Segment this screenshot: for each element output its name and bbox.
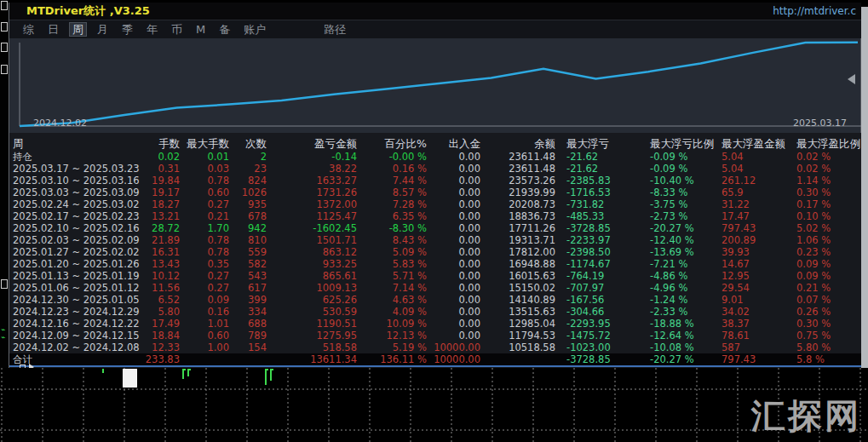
cell: 0.00 xyxy=(432,163,485,175)
cell: 617 xyxy=(233,282,272,294)
cell: 0.00 xyxy=(432,258,485,270)
column-header: 余额 xyxy=(485,136,560,151)
column-header: 手数 xyxy=(141,136,181,151)
cell: 0.00 xyxy=(432,294,485,306)
left-strip-box xyxy=(1,1,8,10)
table-row[interactable]: 2024.12.23 ~ 2024.12.295.800.16334530.59… xyxy=(9,306,861,318)
cell: 2025.02.24 ~ 2025.03.02 xyxy=(13,198,141,210)
cell: 678 xyxy=(233,210,272,222)
table-row[interactable]: 2025.02.17 ~ 2025.02.2313.210.216781125.… xyxy=(9,210,861,222)
cell: 1501.71 xyxy=(272,234,360,246)
cell: 0.75 % xyxy=(796,330,861,342)
menu-item-quarter[interactable]: 季 xyxy=(118,22,136,37)
table-row[interactable]: 2025.01.27 ~ 2025.02.0216.310.78559863.1… xyxy=(9,246,861,258)
table-row[interactable]: 2025.02.24 ~ 2025.03.0218.270.279351372.… xyxy=(9,198,861,210)
cell: 2025.01.27 ~ 2025.02.02 xyxy=(13,246,141,258)
total-row[interactable]: 合计233.8313611.34136.11 %10000.00-3728.85… xyxy=(9,353,861,367)
cell: 12985.04 xyxy=(485,318,560,330)
cell: 23 xyxy=(233,163,272,175)
cell: 2025.03.10 ~ 2025.03.16 xyxy=(13,175,141,187)
column-header: 最大浮亏 xyxy=(560,136,636,151)
cell: 38.22 xyxy=(272,163,360,175)
cell: 13.43 xyxy=(141,258,181,270)
cell: 0.16 xyxy=(181,306,233,318)
table-row[interactable]: 2025.02.10 ~ 2025.02.1628.721.70942-1602… xyxy=(9,222,861,234)
background-white-candle xyxy=(123,369,137,387)
cell: 15150.02 xyxy=(485,282,560,294)
menu-item-currency[interactable]: 币 xyxy=(168,22,186,37)
cell: -2.73 % xyxy=(636,210,721,222)
cell: -3.75 % xyxy=(636,198,721,210)
cell: 19.17 xyxy=(141,187,181,198)
equity-chart-panel: 2024.12.02 2025.03.17 xyxy=(9,38,861,133)
stats-table: 周手数最大手数次数盈亏金额百分比%出入金余额最大浮亏最大浮亏比例最大浮盈金额最大… xyxy=(9,133,861,367)
position-row[interactable]: 持仓0.020.012-0.14-0.00 %0.0023611.48-21.6… xyxy=(9,151,861,163)
cell: 18.27 xyxy=(141,198,181,210)
table-rows: 持仓0.020.012-0.14-0.00 %0.0023611.48-21.6… xyxy=(9,151,861,367)
cell: 530.59 xyxy=(272,306,360,318)
cell: 0.00 xyxy=(432,282,485,294)
column-header: 盈亏金额 xyxy=(272,136,360,151)
cell: 2024.12.02 ~ 2024.12.08 xyxy=(13,342,141,353)
menu-item-day[interactable]: 日 xyxy=(44,22,62,37)
table-row[interactable]: 2025.02.03 ~ 2025.02.0921.890.788101501.… xyxy=(9,234,861,246)
cell: 5.8 % xyxy=(796,353,861,365)
menu-item-path[interactable]: 路径 xyxy=(320,22,349,37)
watermark: 汇探网 xyxy=(751,393,861,439)
cell: 0.16 % xyxy=(360,163,432,175)
menu-item-m[interactable]: M xyxy=(193,22,209,37)
cell: 21.89 xyxy=(141,234,181,246)
cell: 16015.63 xyxy=(485,270,560,282)
chart-start-date-label: 2024.12.02 xyxy=(33,118,87,129)
line-end-arrow-icon xyxy=(848,74,855,84)
cell: 7.28 % xyxy=(360,198,432,210)
cell: 8.57 % xyxy=(360,187,432,198)
cell: 2025.01.06 ~ 2025.01.12 xyxy=(13,282,141,294)
column-header: 最大浮亏比例 xyxy=(636,136,721,151)
cell: 5.04 xyxy=(721,163,796,175)
table-row[interactable]: 2025.03.10 ~ 2025.03.1619.840.788241633.… xyxy=(9,175,861,187)
cell: 543 xyxy=(233,270,272,282)
cell: 9.01 xyxy=(721,294,796,306)
cell xyxy=(181,353,233,365)
column-header: 出入金 xyxy=(432,136,485,151)
menu-item-zong[interactable]: 综 xyxy=(20,22,37,37)
cell: 1125.47 xyxy=(272,210,360,222)
menu-item-month[interactable]: 月 xyxy=(94,22,112,37)
cell: 1.70 xyxy=(181,222,233,234)
cell: 6.52 xyxy=(141,294,181,306)
table-row[interactable]: 2025.03.17 ~ 2025.03.230.310.032338.220.… xyxy=(9,163,861,175)
menu-item-backup[interactable]: 备 xyxy=(216,22,233,37)
table-row[interactable]: 2025.01.13 ~ 2025.01.1910.120.27543865.6… xyxy=(9,270,861,282)
mtdriver-window: MTDriver统计 ,V3.25 http://mtdriver.c 综日周月… xyxy=(9,3,861,368)
menu-item-year[interactable]: 年 xyxy=(143,22,161,37)
menu-item-week[interactable]: 周 xyxy=(69,22,87,37)
table-row[interactable]: 2025.03.03 ~ 2025.03.0919.170.6010261731… xyxy=(9,187,861,198)
cell: -8.30 % xyxy=(360,222,432,234)
cell: 38.37 xyxy=(721,318,796,330)
cell: 10000.00 xyxy=(432,342,485,353)
table-row[interactable]: 2024.12.09 ~ 2024.12.1518.840.607891275.… xyxy=(9,330,861,342)
cell: -1602.45 xyxy=(272,222,360,234)
table-row[interactable]: 2024.12.02 ~ 2024.12.0812.331.00154518.5… xyxy=(9,342,861,353)
cell: 11.56 xyxy=(141,282,181,294)
table-row[interactable]: 2025.01.20 ~ 2025.01.2613.430.35582933.2… xyxy=(9,258,861,270)
cell: 625.26 xyxy=(272,294,360,306)
cell: 0.00 xyxy=(432,175,485,187)
cell: -10.40 % xyxy=(636,175,721,187)
table-row[interactable]: 2024.12.16 ~ 2024.12.2217.491.016881190.… xyxy=(9,318,861,330)
cell: 10000.00 xyxy=(432,353,485,365)
cell: 5.09 % xyxy=(360,246,432,258)
table-row[interactable]: 2025.01.06 ~ 2025.01.1211.560.276171009.… xyxy=(9,282,861,294)
cell: 0.23 % xyxy=(796,246,861,258)
cell: 10518.58 xyxy=(485,342,560,353)
titlebar-url-link[interactable]: http://mtdriver.c xyxy=(773,5,856,17)
cell: -18.88 % xyxy=(636,318,721,330)
cell: 39.93 xyxy=(721,246,796,258)
table-row[interactable]: 2024.12.30 ~ 2025.01.056.520.09399625.26… xyxy=(9,294,861,306)
cell: 865.61 xyxy=(272,270,360,282)
menu-item-account[interactable]: 账户 xyxy=(240,22,269,37)
cell: 29.54 xyxy=(721,282,796,294)
cell: 559 xyxy=(233,246,272,258)
cell: 5.04 xyxy=(721,151,796,163)
